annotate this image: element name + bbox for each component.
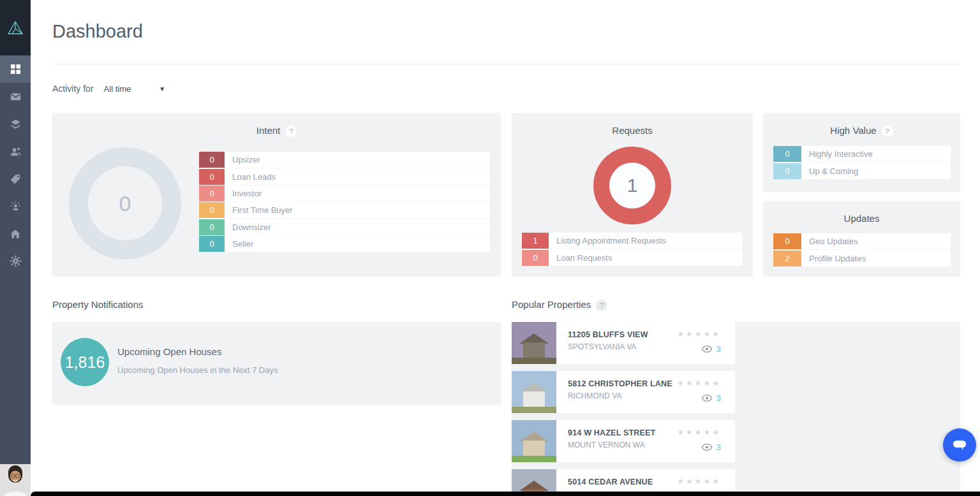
header-divider xyxy=(52,64,960,64)
requests-legend-row[interactable]: 0 Loan Requests xyxy=(522,249,742,266)
requests-donut-chart: 1 xyxy=(593,147,671,224)
star-icon: ★ xyxy=(703,477,712,486)
requests-legend-row[interactable]: 1 Listing Appointment Requests xyxy=(522,233,742,249)
high-value-help-icon[interactable]: ? xyxy=(882,126,893,137)
legend-count-badge: 1 xyxy=(522,233,549,249)
grid-icon xyxy=(10,63,22,75)
house-body xyxy=(523,441,545,456)
sidebar-item-contacts[interactable] xyxy=(0,138,31,165)
star-icon: ★ xyxy=(712,330,721,339)
high-value-legend: 0 Highly Interactive 0 Up & Coming xyxy=(773,146,951,180)
house-ground xyxy=(512,407,556,413)
property-notifications-heading: Property Notifications xyxy=(52,299,144,310)
property-rating[interactable]: ★★★★★ xyxy=(677,477,721,486)
intent-legend-row[interactable]: 0 Upsizer xyxy=(199,152,490,168)
popular-properties-help-icon[interactable]: ? xyxy=(596,300,607,311)
property-notifications-card[interactable]: 1,816 Upcoming Open Houses Upcoming Open… xyxy=(52,322,501,405)
high-value-legend-row[interactable]: 0 Up & Coming xyxy=(773,163,951,179)
legend-count-badge: 0 xyxy=(773,146,801,162)
property-views-count: 3 xyxy=(716,344,721,354)
property-card[interactable]: 5812 CHRISTOPHER LANE RICHMOND VA ★★★★★ … xyxy=(512,371,735,413)
updates-legend-row[interactable]: 2 Profile Updates xyxy=(773,250,951,266)
open-houses-title: Upcoming Open Houses xyxy=(117,346,278,357)
intent-legend-row[interactable]: 0 Investor xyxy=(199,186,490,202)
property-views: 3 xyxy=(702,344,721,354)
sidebar-item-dashboard[interactable] xyxy=(0,55,31,83)
legend-label: Loan Requests xyxy=(556,253,612,263)
eye-icon xyxy=(702,395,712,402)
legend-label: Geo Updates xyxy=(809,237,858,246)
property-info: 5014 CEDAR AVENUE xyxy=(568,478,653,490)
star-icon: ★ xyxy=(695,379,704,388)
property-rating[interactable]: ★★★★★ xyxy=(677,379,721,388)
open-houses-count-badge: 1,816 xyxy=(61,338,109,386)
mail-icon xyxy=(10,91,22,103)
legend-label: First Time Buyer xyxy=(232,205,293,215)
property-info: 914 W HAZEL STREET MOUNT VERNON WA xyxy=(568,428,655,449)
legend-count-badge: 0 xyxy=(199,169,225,185)
legend-count-badge: 2 xyxy=(773,251,801,266)
legend-label: Upsizer xyxy=(232,155,260,164)
popular-properties-heading: Popular Properties? xyxy=(512,299,607,311)
house-body xyxy=(523,391,545,407)
star-icon: ★ xyxy=(712,477,721,486)
time-filter-select[interactable]: All time xyxy=(104,84,131,94)
intent-title-text: Intent xyxy=(256,125,281,136)
intent-legend-row[interactable]: 0 First Time Buyer xyxy=(199,202,490,219)
intent-help-icon[interactable]: ? xyxy=(285,126,297,137)
tag-icon xyxy=(10,173,21,185)
star-icon: ★ xyxy=(712,428,721,437)
updates-legend: 0 Geo Updates 2 Profile Updates xyxy=(773,233,951,267)
open-houses-text: Upcoming Open Houses Upcoming Open House… xyxy=(117,346,278,375)
updates-card-title: Updates xyxy=(763,201,960,224)
intent-legend-row[interactable]: 0 Loan Leads xyxy=(199,168,490,185)
legend-label: Investor xyxy=(232,189,262,198)
home-icon xyxy=(10,228,21,240)
property-location: MOUNT VERNON WA xyxy=(568,441,655,449)
dashboard-page: Dashboard Activity for All time ▼ Intent… xyxy=(0,0,980,496)
star-icon: ★ xyxy=(703,428,712,437)
sidebar-item-audience[interactable] xyxy=(0,193,31,220)
activity-filter: Activity for All time ▼ xyxy=(52,84,165,94)
property-rating[interactable]: ★★★★★ xyxy=(677,428,721,437)
star-icon: ★ xyxy=(695,477,704,486)
property-location: RICHMOND VA xyxy=(568,391,672,400)
intent-card-title: Intent? xyxy=(52,113,501,137)
legend-label: Seller xyxy=(232,239,253,249)
sidebar xyxy=(0,0,31,496)
property-views: 3 xyxy=(702,442,721,452)
chevron-down-icon[interactable]: ▼ xyxy=(159,85,165,92)
property-card[interactable]: 11205 BLUFFS VIEW SPOTSYLVANIA VA ★★★★★ … xyxy=(512,322,735,364)
property-rating[interactable]: ★★★★★ xyxy=(677,330,721,339)
bottom-window-edge xyxy=(31,492,980,496)
sidebar-item-settings[interactable] xyxy=(0,247,31,275)
updates-legend-row[interactable]: 0 Geo Updates xyxy=(773,233,951,250)
chat-bubble-icon xyxy=(951,438,968,452)
sidebar-item-layers[interactable] xyxy=(0,110,31,138)
legend-count-badge: 0 xyxy=(199,219,225,235)
star-icon: ★ xyxy=(686,477,695,486)
intent-legend-row[interactable]: 0 Seller xyxy=(199,236,490,252)
sidebar-item-tags[interactable] xyxy=(0,165,31,193)
property-views-count: 3 xyxy=(716,393,721,403)
app-logo[interactable] xyxy=(0,0,31,55)
user-avatar[interactable] xyxy=(0,464,31,496)
popular-properties-heading-text: Popular Properties xyxy=(512,299,591,310)
property-address: 5014 CEDAR AVENUE xyxy=(568,478,653,486)
chat-button[interactable] xyxy=(943,428,976,462)
legend-count-badge: 0 xyxy=(199,236,225,252)
legend-count-badge: 0 xyxy=(522,250,549,266)
legend-label: Profile Updates xyxy=(809,254,866,263)
sidebar-item-properties[interactable] xyxy=(0,220,31,247)
high-value-card-title: High Value? xyxy=(763,113,960,137)
requests-card: Requests 1 1 Listing Appointment Request… xyxy=(512,113,753,277)
sidebar-item-messages[interactable] xyxy=(0,83,31,110)
eye-icon xyxy=(702,346,712,353)
eye-icon xyxy=(702,444,712,451)
intent-legend-row[interactable]: 0 Downsizer xyxy=(199,219,490,236)
star-icon: ★ xyxy=(677,477,686,486)
legend-count-badge: 0 xyxy=(199,202,225,218)
audience-icon xyxy=(10,200,22,212)
high-value-legend-row[interactable]: 0 Highly Interactive xyxy=(773,146,951,163)
property-card[interactable]: 914 W HAZEL STREET MOUNT VERNON WA ★★★★★… xyxy=(512,420,735,462)
